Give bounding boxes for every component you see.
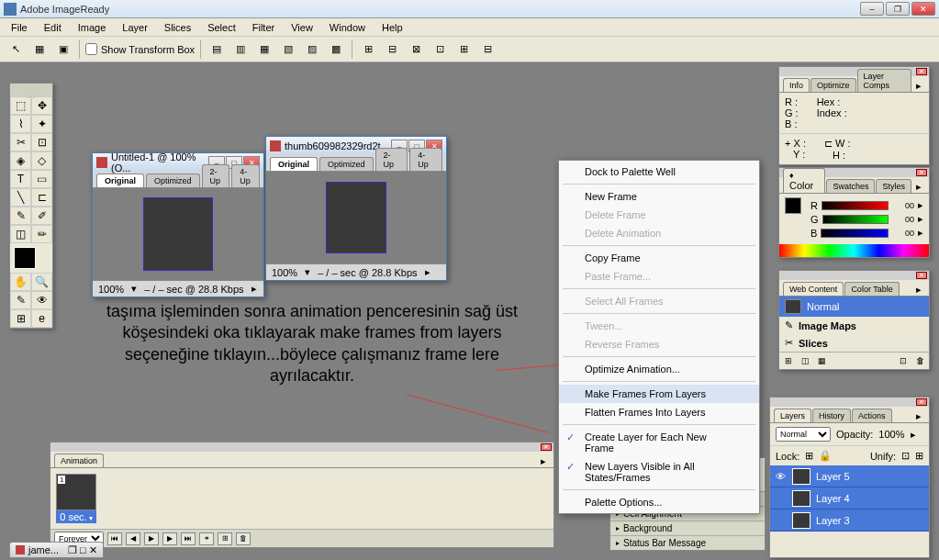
play-button[interactable]: ▶	[144, 532, 159, 545]
layer-row[interactable]: Layer 4	[770, 487, 929, 510]
eyedropper-tool[interactable]: ✎	[10, 291, 31, 309]
layer-select-icon[interactable]: ▣	[53, 39, 73, 60]
frame-time[interactable]: 0 sec. ▾	[56, 510, 96, 523]
wc-icon[interactable]: ⊞	[781, 354, 796, 367]
menu-select[interactable]: Select	[200, 20, 243, 35]
zoom-tool[interactable]: 🔍	[31, 273, 52, 291]
lock-icon[interactable]: ⊞	[805, 450, 813, 462]
wc-panel-close[interactable]: ✕	[916, 272, 927, 279]
blend-mode-select[interactable]: Normal	[776, 427, 831, 442]
menu-window[interactable]: Window	[322, 20, 373, 35]
paint-tool[interactable]: ✎	[10, 207, 31, 225]
visibility-icon[interactable]	[774, 492, 787, 505]
ctx-copy-frame[interactable]: Copy Frame	[559, 249, 759, 267]
distribute-icon[interactable]: ⊠	[406, 39, 426, 60]
doc1-canvas[interactable]	[93, 188, 263, 280]
menu-layer[interactable]: Layer	[115, 20, 155, 35]
imagemap-select-tool[interactable]: ◇	[31, 151, 52, 170]
color-panel-menu[interactable]: ▸	[912, 181, 925, 193]
tab-color-table[interactable]: Color Table	[844, 282, 899, 296]
doc1-tab-4up[interactable]: 4-Up	[231, 164, 260, 187]
move-tool-icon[interactable]: ↖	[6, 39, 26, 60]
taskbar-minimized-doc[interactable]: jame... ❐ □ ✕	[9, 542, 104, 558]
delete-frame-button[interactable]: 🗑	[236, 532, 251, 545]
fg-color-swatch[interactable]	[785, 197, 801, 214]
tab-history[interactable]: History	[812, 409, 851, 422]
unify-icon[interactable]: ⊡	[901, 450, 910, 462]
pencil-tool[interactable]: ✏	[31, 225, 52, 243]
ctx-new-frame[interactable]: New Frame	[559, 187, 759, 206]
browser-tool[interactable]: e	[31, 309, 52, 328]
b-slider[interactable]	[821, 229, 889, 238]
distribute-icon[interactable]: ⊡	[430, 39, 450, 60]
marquee-tool[interactable]: ⬚	[10, 96, 31, 115]
ctx-dock[interactable]: Dock to Palette Well	[559, 162, 759, 181]
imagemap-tool[interactable]: ◈	[10, 151, 31, 170]
anim-frame-1[interactable]: 1 0 sec. ▾	[56, 474, 96, 523]
visibility-icon[interactable]	[774, 514, 787, 527]
ctx-new-visible[interactable]: ✓New Layers Visible in All States/Frames	[559, 457, 759, 487]
ctx-make-frames-from-layers[interactable]: Make Frames From Layers	[559, 385, 759, 403]
wc-image-maps[interactable]: ✎Image Maps	[779, 317, 929, 334]
toggle-tool[interactable]: ⊞	[10, 309, 31, 328]
doc2-tab-optimized[interactable]: Optimized	[319, 157, 374, 171]
align-icon[interactable]: ▩	[326, 39, 346, 60]
new-frame-button[interactable]: ⊞	[218, 532, 232, 545]
tab-color[interactable]: ♦ Color	[783, 168, 825, 193]
wc-panel-menu[interactable]: ▸	[912, 284, 925, 296]
lock-icon[interactable]: 🔒	[819, 450, 832, 462]
r-slider[interactable]	[822, 201, 889, 210]
menu-slices[interactable]: Slices	[157, 20, 198, 35]
move-tool[interactable]: ✥	[31, 96, 52, 115]
tab-animation[interactable]: Animation	[54, 454, 104, 467]
wc-icon[interactable]: ◫	[798, 354, 812, 367]
doc1-zoom[interactable]: 100%	[98, 284, 124, 295]
unify-icon[interactable]: ⊞	[915, 450, 923, 462]
doc2-tab-2up[interactable]: 2-Up	[375, 148, 408, 171]
color-spectrum[interactable]	[779, 244, 929, 257]
tab-layers[interactable]: Layers	[774, 409, 811, 422]
eraser-tool[interactable]: ◫	[10, 225, 31, 243]
wc-normal[interactable]: Normal	[779, 297, 929, 317]
doc2-zoom[interactable]: 100%	[272, 267, 297, 278]
doc1-tab-original[interactable]: Original	[96, 174, 144, 187]
ctx-optimize[interactable]: Optimize Animation...	[559, 360, 759, 378]
menu-view[interactable]: View	[284, 20, 320, 35]
menu-file[interactable]: File	[4, 20, 35, 35]
distribute-icon[interactable]: ⊞	[358, 39, 378, 60]
g-slider[interactable]	[822, 215, 889, 224]
last-frame-button[interactable]: ⏭	[181, 532, 196, 545]
wc-new-icon[interactable]: ⊡	[896, 354, 911, 367]
accordion-status-bar[interactable]: Status Bar Message	[610, 535, 765, 550]
align-icon[interactable]: ▥	[230, 39, 251, 60]
info-panel-close[interactable]: ✕	[916, 68, 927, 75]
layer-row[interactable]: 👁Layer 5	[770, 465, 929, 487]
auto-select-icon[interactable]: ▦	[29, 39, 50, 60]
opacity-value[interactable]: 100%	[878, 429, 904, 440]
ctx-palette-opts[interactable]: Palette Options...	[559, 493, 759, 511]
wc-trash-icon[interactable]: 🗑	[912, 354, 927, 367]
brush-tool[interactable]: ✐	[31, 207, 52, 225]
next-frame-button[interactable]: ▶	[162, 532, 177, 545]
doc1-tab-optimized[interactable]: Optimized	[146, 174, 200, 187]
tab-optimize[interactable]: Optimize	[810, 78, 856, 92]
first-frame-button[interactable]: ⏮	[107, 532, 122, 545]
doc1-tab-2up[interactable]: 2-Up	[202, 164, 230, 187]
tab-styles[interactable]: Styles	[876, 179, 911, 193]
menu-help[interactable]: Help	[374, 20, 410, 35]
align-icon[interactable]: ▧	[278, 39, 298, 60]
layers-panel-close[interactable]: ✕	[916, 398, 927, 406]
slice-tool[interactable]: ✂	[10, 133, 31, 151]
info-panel-menu[interactable]: ▸	[912, 80, 925, 92]
distribute-icon[interactable]: ⊟	[477, 39, 497, 60]
line-tool[interactable]: ╲	[10, 188, 31, 207]
tab-web-content[interactable]: Web Content	[783, 282, 844, 296]
tween-button[interactable]: ⚭	[199, 532, 214, 545]
layers-panel-menu[interactable]: ▸	[912, 410, 925, 422]
doc2-canvas[interactable]	[266, 172, 446, 263]
anim-panel-menu-arrow[interactable]: ▸	[537, 455, 550, 467]
ctx-flatten[interactable]: Flatten Frames Into Layers	[559, 403, 759, 421]
wc-icon[interactable]: ▦	[814, 354, 829, 367]
anim-panel-close[interactable]: ✕	[541, 443, 552, 451]
slice-select-tool[interactable]: ⊡	[31, 133, 52, 151]
